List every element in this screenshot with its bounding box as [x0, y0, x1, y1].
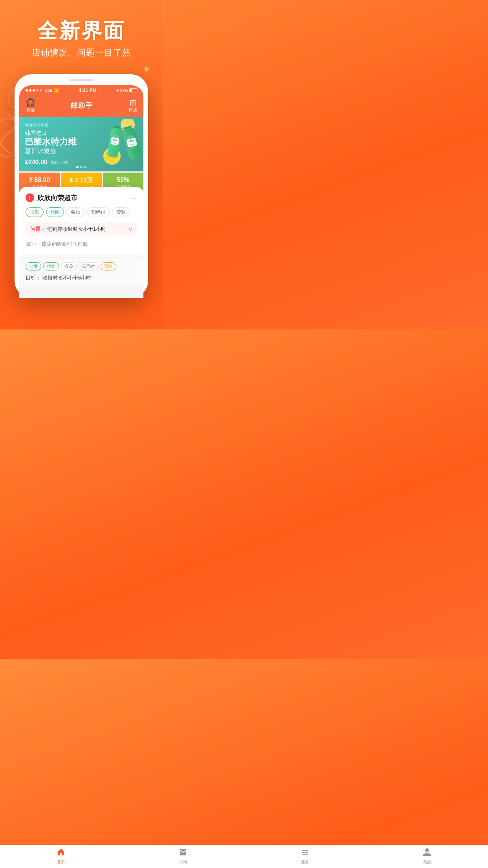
signal-dot-2	[29, 89, 31, 92]
product-banner[interactable]: 爽够胆当客量 韩国进口 巴黎水特力维 夏日冰爽价 ¥240.00 500ml×2…	[19, 117, 143, 171]
main-title: 全新界面	[8, 20, 155, 42]
banner-price: ¥240.00 500ml×20	[25, 159, 138, 166]
problem-label: 问题：	[30, 226, 46, 233]
header-section: 全新界面 店铺情况、问题一目了然	[0, 0, 163, 66]
bluetooth-icon: ✦	[116, 88, 119, 93]
headset-icon: 🎧	[26, 98, 35, 107]
second-tags-row: 批发 代购 会员 扫码付 贷款	[26, 262, 137, 270]
second-tag-batch[interactable]: 批发	[26, 262, 41, 270]
sales-value: ¥ 2.12万	[63, 177, 99, 185]
banner-dot-3	[84, 166, 86, 168]
store-name: 欣欣向荣超市	[37, 193, 77, 202]
second-tag-proxy[interactable]: 代购	[43, 262, 59, 270]
banner-title-1: 韩国进口	[25, 130, 138, 137]
card-title-wrap: ! 欣欣向荣超市	[26, 193, 77, 202]
problem-text: 进销存收银时长小于1小时	[47, 226, 106, 233]
banner-title-3: 夏日冰爽价	[25, 147, 138, 156]
status-right: ✦ 22%	[116, 88, 137, 93]
status-bar: ULE 📶 4:21 PM ✦ 22%	[19, 85, 143, 95]
customer-service-label: 客服	[26, 107, 35, 113]
battery-percent: 22%	[120, 88, 128, 93]
store-tags-row: 批发 代购 会员 扫码付 贷款	[26, 207, 137, 217]
battery-icon	[129, 88, 137, 92]
patrol-store-button[interactable]: ⊞ 巡店	[128, 98, 137, 113]
phone-screen: ULE 📶 4:21 PM ✦ 22% 🎧	[19, 85, 143, 298]
app-header: 🎧 客服 邮助手 ⊞ 巡店	[19, 95, 143, 117]
battery-fill	[130, 89, 132, 92]
phone-mockup: ULE 📶 4:21 PM ✦ 22% 🎧	[15, 74, 148, 298]
status-time: 4:21 PM	[79, 88, 96, 93]
target-text: 目标： 收银时长不小于6小时	[26, 274, 137, 281]
tag-scan-pay[interactable]: 扫码付	[87, 207, 110, 217]
card-header: ! 欣欣向荣超市 ···	[26, 193, 137, 202]
second-tag-loan[interactable]: 贷款	[101, 262, 116, 270]
store-card: ! 欣欣向荣超市 ··· 批发 代购 会员 扫码付 贷款	[19, 187, 143, 254]
tag-batch[interactable]: 批发	[26, 207, 44, 217]
patrol-store-label: 巡店	[128, 107, 137, 113]
wifi-icon: 📶	[54, 88, 59, 93]
target-value: 收银时长不小于6小时	[42, 275, 91, 281]
signal-dot-3	[33, 89, 35, 92]
tag-loan[interactable]: 贷款	[112, 207, 130, 217]
signal-dot-5	[40, 89, 42, 92]
banner-dot-1	[76, 166, 79, 168]
customer-service-button[interactable]: 🎧 客服	[26, 98, 35, 113]
status-left: ULE 📶	[26, 88, 59, 93]
alert-icon: !	[26, 193, 34, 202]
tag-proxy[interactable]: 代购	[46, 207, 64, 217]
phone-bottom-space	[19, 286, 143, 298]
target-label: 目标：	[26, 275, 41, 281]
problem-content: 问题： 进销存收银时长小于1小时	[30, 226, 128, 233]
more-options-button[interactable]: ···	[129, 194, 137, 202]
app-title: 邮助手	[71, 101, 93, 110]
phone-notch	[70, 79, 93, 81]
completion-value: 50%	[105, 177, 141, 184]
commission-value: ¥ 68.00	[22, 177, 57, 184]
sub-title: 店铺情况、问题一目了然	[8, 47, 155, 59]
chevron-down-icon: ∨	[128, 226, 132, 232]
banner-price-main: ¥240.00	[25, 159, 48, 166]
banner-text: 爽够胆当客量 韩国进口 巴黎水特力维 夏日冰爽价 ¥240.00 500ml×2…	[25, 123, 138, 166]
banner-dot-2	[80, 166, 83, 168]
second-store-card: 批发 代购 会员 扫码付 贷款 目标： 收银时长不小于6小时	[19, 257, 143, 286]
carrier-name: ULE	[45, 88, 53, 93]
signal-dot-1	[26, 89, 28, 92]
banner-dots	[76, 166, 86, 168]
banner-price-unit: 500ml×20	[51, 161, 68, 165]
scan-store-icon: ⊞	[130, 98, 136, 107]
second-tag-member[interactable]: 会员	[61, 262, 77, 270]
second-tag-scan-pay[interactable]: 扫码付	[79, 262, 99, 270]
signal-dot-4	[36, 89, 39, 92]
banner-title-2: 巴黎水特力维	[25, 137, 138, 147]
hint-text: 提示：该店的收银时间过低	[26, 241, 137, 248]
tag-member[interactable]: 会员	[66, 207, 84, 217]
banner-tag: 爽够胆当客量	[25, 123, 138, 128]
problem-box[interactable]: 问题： 进销存收银时长小于1小时 ∨	[26, 222, 137, 237]
phone-outer: ULE 📶 4:21 PM ✦ 22% 🎧	[15, 74, 148, 298]
